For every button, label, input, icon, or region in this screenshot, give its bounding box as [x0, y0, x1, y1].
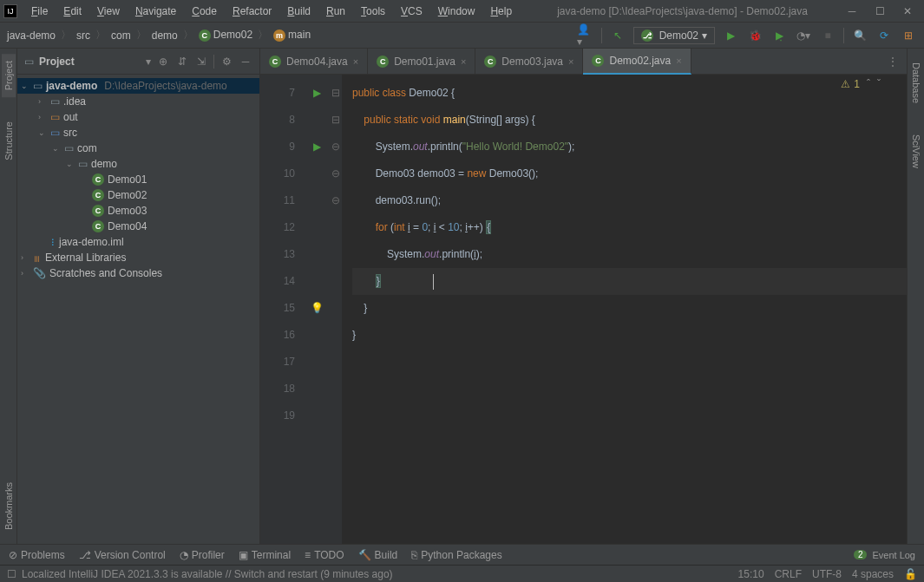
indent-info[interactable]: 4 spaces [852, 568, 894, 580]
collapse-all-icon[interactable]: ⇲ [194, 55, 208, 69]
user-icon[interactable]: 👤▾ [577, 27, 594, 44]
tree-node[interactable]: ›▭out [17, 109, 259, 125]
maximize-button[interactable]: ☐ [874, 5, 886, 17]
bottom-tab-python-packages[interactable]: ⎘Python Packages [411, 549, 501, 561]
editor-tab[interactable]: CDemo02.java× [583, 49, 691, 75]
bottom-tab-version-control[interactable]: ⎇Version Control [79, 549, 166, 561]
select-opened-icon[interactable]: ⊕ [156, 55, 170, 69]
breadcrumb-item[interactable]: demo [152, 29, 178, 42]
tree-node[interactable]: CDemo04 [17, 219, 259, 234]
tree-node[interactable]: CDemo02 [17, 187, 259, 203]
tool-icon: ⊘ [9, 549, 17, 561]
hide-icon[interactable]: ─ [239, 55, 252, 69]
tree-root[interactable]: ⌄ ▭ java-demo D:\IdeaProjects\java-demo [17, 78, 259, 94]
menu-run[interactable]: Run [319, 3, 352, 20]
tree-scratches[interactable]: › 📎 Scratches and Consoles [17, 265, 259, 281]
breadcrumb-item[interactable]: com [111, 29, 131, 42]
close-button[interactable]: ✕ [901, 5, 914, 17]
status-message[interactable]: Localized IntelliJ IDEA 2021.3.3 is avai… [22, 568, 393, 580]
menu-vcs[interactable]: VCS [394, 3, 429, 20]
search-icon[interactable]: 🔍 [851, 27, 868, 44]
breadcrumb-item[interactable]: src [76, 29, 90, 42]
close-icon[interactable]: × [568, 56, 573, 67]
tree-node[interactable]: ⌄▭src [17, 125, 259, 141]
editor-tab[interactable]: CDemo03.java× [475, 49, 583, 75]
expand-all-icon[interactable]: ⇵ [175, 55, 189, 69]
tab-more-icon[interactable]: ⋮ [879, 56, 907, 68]
editor-tab[interactable]: CDemo01.java× [368, 49, 475, 75]
gear-icon[interactable]: ⚙ [220, 55, 233, 69]
tree-node[interactable]: CDemo01 [17, 172, 259, 187]
bottom-tab-terminal[interactable]: ▣Terminal [239, 549, 291, 561]
tree-node[interactable]: ⫶java-demo.iml [17, 234, 259, 250]
menu-navigate[interactable]: Navigate [128, 3, 183, 20]
bottom-tab-profiler[interactable]: ◔Profiler [180, 549, 225, 561]
menu-tools[interactable]: Tools [354, 3, 392, 20]
chevron-down-icon[interactable]: ▾ [146, 56, 151, 68]
module-icon: ▭ [33, 80, 43, 92]
tool-tab-database[interactable]: Database [909, 56, 923, 110]
class-icon: C [92, 205, 104, 217]
bottom-tab-event-log[interactable]: Event Log [872, 550, 915, 560]
menu-code[interactable]: Code [185, 3, 224, 20]
breadcrumb-item[interactable]: CDemo02 [199, 29, 252, 42]
bottom-tab-todo[interactable]: ≡TODO [305, 549, 344, 561]
chevron-down-icon[interactable]: ˇ [877, 78, 881, 90]
bulb-icon[interactable]: 💡 [311, 295, 324, 322]
editor-tab[interactable]: CDemo04.java× [260, 49, 368, 75]
class-icon: C [377, 56, 389, 68]
close-icon[interactable]: × [461, 56, 466, 67]
line-separator[interactable]: CRLF [775, 568, 802, 580]
inspection-badge[interactable]: ⚠ 1 ˆ ˇ [841, 78, 881, 90]
tool-tab-project[interactable]: Project [2, 54, 16, 97]
statusbar: ☐ Localized IntelliJ IDEA 2021.3.3 is av… [0, 565, 924, 582]
tips-icon[interactable]: ☐ [7, 568, 16, 580]
left-tool-gutter: Project Structure Bookmarks [0, 49, 17, 544]
tree-external-libraries[interactable]: › ⫼ External Libraries [17, 250, 259, 265]
tree-node[interactable]: ›▭.idea [17, 94, 259, 109]
chevron-up-icon[interactable]: ˆ [867, 78, 870, 90]
tree-node[interactable]: ⌄▭demo [17, 156, 259, 172]
breadcrumb-item[interactable]: java-demo [7, 29, 56, 42]
bottom-tab-problems[interactable]: ⊘Problems [9, 549, 65, 561]
menu-window[interactable]: Window [431, 3, 482, 20]
minimize-button[interactable]: ─ [846, 5, 858, 17]
close-icon[interactable]: × [676, 56, 681, 66]
profile-button[interactable]: ◔▾ [795, 27, 812, 44]
ide-settings-icon[interactable]: ⊞ [900, 27, 917, 44]
tree-node[interactable]: CDemo03 [17, 203, 259, 219]
caret-position[interactable]: 15:10 [738, 568, 764, 580]
code-editor[interactable]: 78910111213141516171819 ▶▶💡 ⊟⊟⊖⊖⊖ public… [260, 75, 907, 544]
menu-file[interactable]: File [24, 3, 55, 20]
run-gutter-icon[interactable]: ▶ [313, 80, 321, 107]
class-icon: C [92, 220, 104, 232]
sync-button[interactable]: ⟳ [875, 27, 893, 44]
stop-button[interactable]: ■ [819, 27, 836, 44]
code-content[interactable]: public class Demo02 { public static void… [342, 75, 907, 544]
debug-button[interactable]: 🐞 [746, 27, 763, 44]
menu-build[interactable]: Build [280, 3, 318, 20]
tree-node[interactable]: ⌄▭com [17, 141, 259, 156]
bottom-tab-build[interactable]: 🔨Build [358, 549, 398, 561]
class-icon: C [484, 56, 496, 68]
tool-tab-sciview[interactable]: SciView [909, 128, 923, 175]
tool-tab-bookmarks[interactable]: Bookmarks [2, 475, 16, 537]
close-icon[interactable]: × [353, 56, 358, 67]
run-gutter-icon[interactable]: ▶ [313, 134, 321, 160]
menu-help[interactable]: Help [483, 3, 519, 20]
menu-refactor[interactable]: Refactor [226, 3, 279, 20]
breadcrumb-item[interactable]: mmain [273, 29, 311, 42]
app-logo-icon: IJ [3, 4, 17, 18]
build-hammer-icon[interactable]: ↖ [609, 27, 626, 44]
menu-edit[interactable]: Edit [56, 3, 88, 20]
menu-view[interactable]: View [90, 3, 127, 20]
tab-label: Demo03.java [501, 56, 563, 68]
tool-tab-structure[interactable]: Structure [2, 114, 16, 167]
coverage-button[interactable]: ▶̣ [770, 27, 788, 44]
class-icon: C [592, 55, 604, 67]
run-config-dropdown[interactable]: ⎇ Demo02 ▾ [633, 27, 715, 44]
run-button[interactable]: ▶ [722, 27, 739, 44]
readonly-icon[interactable]: 🔓 [904, 568, 917, 580]
file-encoding[interactable]: UTF-8 [812, 568, 842, 580]
file-icon: ⫶ [50, 236, 56, 248]
